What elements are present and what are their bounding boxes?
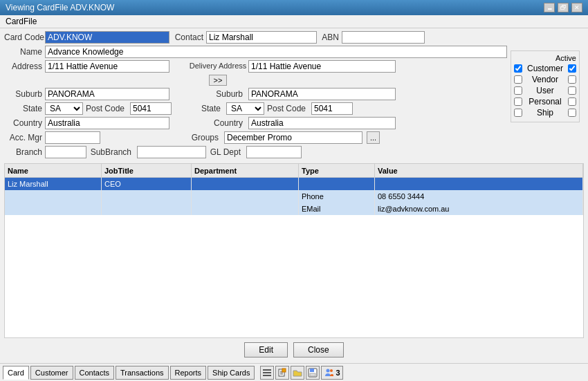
edit-button[interactable]: Edit (244, 342, 288, 357)
ship-active-checkbox[interactable] (568, 109, 576, 117)
table-row[interactable]: Phone 08 6550 3444 (5, 190, 583, 203)
col-department: Department (192, 164, 299, 177)
abn-input[interactable] (342, 31, 425, 44)
gldept-input[interactable] (246, 146, 302, 158)
svg-point-12 (330, 369, 333, 372)
cell-value (375, 178, 583, 190)
menu-cardfile[interactable]: CardFile (6, 17, 37, 26)
users-badge: 3 (336, 369, 340, 377)
contact-input[interactable] (206, 31, 317, 44)
cell-type: EMail (299, 203, 375, 215)
delivery-state-label: State (192, 104, 223, 113)
cell-jobtitle (102, 203, 192, 215)
name-label: Name (4, 47, 42, 57)
card-code-input[interactable] (45, 31, 169, 44)
suburb-input[interactable] (45, 88, 169, 100)
cell-value: liz@advknow.com.au (375, 203, 583, 215)
tab-contacts[interactable]: Contacts (75, 366, 114, 380)
tab-reports[interactable]: Reports (170, 366, 207, 380)
groups-more-button[interactable]: ... (367, 131, 380, 144)
icon-users[interactable]: 3 (321, 366, 343, 380)
contacts-table: Name JobTitle Department Type Value Liz … (4, 163, 584, 338)
svg-rect-10 (310, 373, 315, 376)
svg-rect-9 (310, 369, 314, 372)
user-label: User (536, 86, 553, 95)
col-type: Type (299, 164, 375, 177)
col-value: Value (375, 164, 583, 177)
delivery-postcode-label: Post Code (267, 104, 309, 113)
vendor-label: Vendor (532, 75, 558, 84)
tab-customer[interactable]: Customer (30, 366, 73, 380)
state-select[interactable]: SA (45, 102, 83, 115)
personal-active-checkbox[interactable] (568, 97, 576, 106)
title-bar-buttons: 🗕 🗗 ✕ (544, 3, 582, 12)
tab-card[interactable]: Card (3, 366, 29, 380)
icon-new[interactable] (275, 366, 289, 380)
card-code-label: Card Code (4, 32, 42, 42)
personal-checkbox[interactable] (514, 97, 522, 106)
address-label: Address (4, 62, 42, 71)
delivery-address-input[interactable] (248, 60, 396, 73)
cell-name (5, 190, 102, 203)
form-wrapper: Card Code Contact ABN Name Address Deliv… (4, 31, 584, 160)
branch-label: Branch (4, 147, 42, 157)
subbranch-label: SubBranch (89, 147, 134, 157)
suburb-label: Suburb (4, 89, 42, 99)
svg-rect-1 (263, 372, 271, 373)
delivery-state-select[interactable]: SA (226, 102, 264, 115)
svg-rect-2 (263, 375, 271, 376)
tab-ship-cards[interactable]: Ship Cards (208, 366, 255, 380)
cell-name: Liz Marshall (5, 178, 102, 190)
user-checkbox[interactable] (514, 86, 522, 95)
row-branch: Branch SubBranch GL Dept (4, 146, 508, 158)
delivery-country-label: Country (190, 118, 246, 128)
close-button[interactable]: Close (293, 342, 344, 357)
name-input[interactable] (45, 46, 507, 58)
acc-mgr-label: Acc. Mgr (4, 133, 42, 142)
row-arrow: >> (4, 75, 508, 86)
vendor-checkbox[interactable] (514, 75, 522, 84)
personal-checkbox-row: Personal (514, 97, 576, 106)
ship-checkbox[interactable] (514, 109, 522, 117)
row-cardcode: Card Code Contact ABN (4, 31, 508, 44)
delivery-postcode-input[interactable] (311, 102, 353, 115)
icon-list[interactable] (260, 366, 274, 380)
delivery-country-input[interactable] (248, 117, 396, 129)
maximize-button[interactable]: 🗗 (558, 3, 569, 12)
cell-value: 08 6550 3444 (375, 190, 583, 203)
groups-input[interactable] (224, 131, 362, 144)
customer-checkbox-row: Customer (514, 64, 576, 73)
vendor-active-checkbox[interactable] (568, 75, 576, 84)
customer-checkbox[interactable] (514, 64, 522, 73)
user-checkbox-row: User (514, 86, 576, 95)
table-row[interactable]: Liz Marshall CEO (5, 178, 583, 190)
ship-checkbox-row: Ship (514, 108, 576, 118)
subbranch-input[interactable] (137, 146, 206, 158)
groups-label: Groups (190, 133, 221, 142)
address-input[interactable] (45, 60, 169, 73)
tab-transactions[interactable]: Transactions (116, 366, 169, 380)
customer-active-checkbox[interactable] (568, 64, 576, 73)
icon-save[interactable] (306, 366, 320, 380)
table-row[interactable]: EMail liz@advknow.com.au (5, 203, 583, 215)
cell-jobtitle (102, 190, 192, 203)
status-bar: Card Customer Contacts Transactions Repo… (0, 363, 588, 381)
branch-input[interactable] (45, 146, 86, 158)
close-window-button[interactable]: ✕ (571, 3, 582, 12)
user-active-checkbox[interactable] (568, 86, 576, 95)
menu-bar: CardFile (0, 15, 588, 28)
row-suburb: Suburb Suburb (4, 88, 508, 100)
postcode-input[interactable] (130, 102, 172, 115)
country-input[interactable] (45, 117, 169, 129)
minimize-button[interactable]: 🗕 (544, 3, 555, 12)
icon-open[interactable] (291, 366, 304, 380)
title-text: Viewing CardFile ADV.KNOW (6, 3, 114, 12)
delivery-suburb-input[interactable] (248, 88, 396, 100)
cell-type: Phone (299, 190, 375, 203)
acc-mgr-input[interactable] (45, 131, 100, 144)
copy-address-button[interactable]: >> (209, 75, 228, 86)
svg-point-11 (327, 369, 330, 372)
svg-rect-7 (282, 369, 286, 372)
col-name: Name (5, 164, 102, 177)
country-label: Country (4, 118, 42, 128)
